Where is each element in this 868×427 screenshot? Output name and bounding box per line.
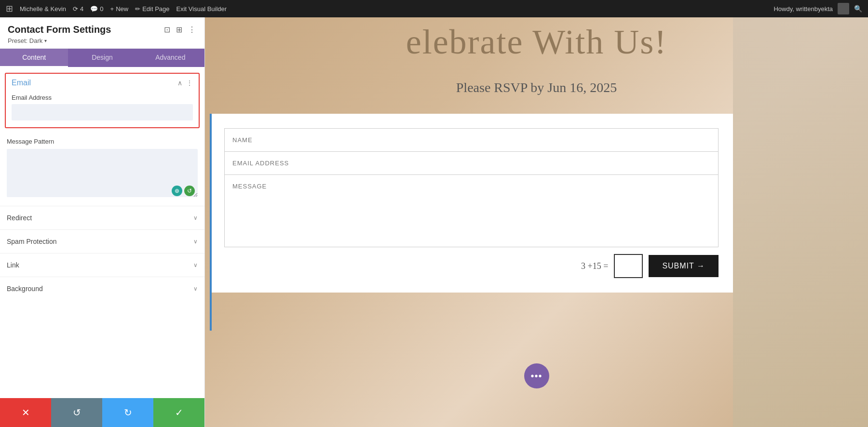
more-options-icon[interactable]: ⋮ [187, 24, 197, 35]
email-section: Email ∧ ⋮ Email Address [5, 73, 200, 128]
form-email-input[interactable] [224, 152, 719, 175]
tab-content[interactable]: Content [0, 49, 68, 67]
new-button[interactable]: + New [110, 5, 129, 13]
howdy-text: Howdy, writtenbyekta [773, 5, 833, 13]
form-name-input[interactable] [224, 128, 719, 152]
form-message-input[interactable] [224, 175, 719, 247]
email-address-input[interactable] [12, 104, 193, 120]
floating-dots-button[interactable]: ••• [524, 363, 549, 388]
green-action-icon[interactable]: ↺ [184, 186, 195, 196]
textarea-icons: ⊕ ↺ [172, 186, 195, 196]
layout-icon[interactable]: ⊞ [175, 24, 183, 35]
accordion-link-title: Link [7, 261, 19, 269]
bottom-bar: ✕ ↺ ↻ ✓ [0, 398, 204, 427]
search-icon[interactable]: 🔍 [854, 5, 862, 13]
accordion-background: Background ∨ [0, 277, 204, 300]
sidebar-tabs: Content Design Advanced [0, 49, 204, 67]
email-section-icons: ∧ ⋮ [177, 79, 193, 87]
accordion-redirect-header[interactable]: Redirect ∨ [7, 206, 198, 229]
exit-builder-button[interactable]: Exit Visual Builder [176, 5, 227, 13]
sidebar-title: Contact Form Settings [8, 24, 111, 35]
accordion-redirect-arrow-icon: ∨ [193, 214, 198, 221]
tab-advanced[interactable]: Advanced [136, 49, 204, 67]
email-more-icon[interactable]: ⋮ [186, 79, 193, 87]
accordion-background-title: Background [7, 285, 43, 293]
email-section-title: Email [12, 79, 31, 87]
cancel-button[interactable]: ✕ [0, 398, 51, 427]
captcha-label: 3 +15 = [581, 261, 608, 271]
accordion-link: Link ∨ [0, 253, 204, 277]
accordion-redirect: Redirect ∨ [0, 206, 204, 229]
avatar[interactable] [838, 3, 849, 14]
couple-photo [733, 17, 868, 427]
accordion-redirect-title: Redirect [7, 214, 32, 222]
message-pattern-label: Message Pattern [7, 138, 198, 145]
save-button[interactable]: ✓ [153, 398, 204, 427]
accordion-spam-arrow-icon: ∨ [193, 238, 198, 245]
revisions-item[interactable]: ⟳ 4 [73, 5, 83, 13]
revisions-icon: ⟳ [73, 5, 78, 13]
undo-button[interactable]: ↺ [51, 398, 102, 427]
wp-logo-icon[interactable]: ⊞ [6, 3, 13, 14]
preset-row[interactable]: Preset: Dark ▾ [8, 37, 197, 44]
accordion-background-arrow-icon: ∨ [193, 285, 198, 292]
collapse-icon[interactable]: ∧ [177, 79, 182, 87]
form-bottom-row: 3 +15 = SUBMIT → [224, 254, 719, 278]
accordion-background-header[interactable]: Background ∨ [7, 277, 198, 300]
captcha-input[interactable] [614, 254, 643, 278]
couple-heading: elebrate With Us! [205, 22, 868, 62]
comments-item[interactable]: 💬 0 [90, 5, 103, 13]
admin-bar: ⊞ Michelle & Kevin ⟳ 4 💬 0 + New ✏ Edit … [0, 0, 868, 17]
sidebar-header: Contact Form Settings ⊡ ⊞ ⋮ Preset: Dark… [0, 17, 204, 49]
redo-button[interactable]: ↻ [102, 398, 153, 427]
textarea-wrapper: ⊕ ↺ [7, 149, 198, 199]
sidebar: Contact Form Settings ⊡ ⊞ ⋮ Preset: Dark… [0, 17, 205, 427]
sidebar-content: Email ∧ ⋮ Email Address Message Pattern [0, 67, 204, 398]
admin-bar-left: ⊞ Michelle & Kevin ⟳ 4 💬 0 + New ✏ Edit … [6, 3, 766, 14]
plus-icon: + [110, 5, 114, 13]
comments-icon: 💬 [90, 5, 98, 13]
form-left-border [210, 114, 212, 331]
accordion-link-arrow-icon: ∨ [193, 262, 198, 268]
main-layout: Contact Form Settings ⊡ ⊞ ⋮ Preset: Dark… [0, 17, 868, 427]
rsvp-text: Please RSVP by Jun 16, 2025 [205, 80, 868, 95]
email-section-body: Email Address [6, 92, 199, 127]
resize-icon[interactable]: ⊡ [163, 24, 171, 35]
site-name[interactable]: Michelle & Kevin [20, 5, 66, 13]
tab-design[interactable]: Design [68, 49, 136, 67]
accordion-spam-title: Spam Protection [7, 238, 57, 245]
preset-label: Preset: Dark [8, 37, 42, 44]
email-section-header: Email ∧ ⋮ [6, 74, 199, 92]
submit-button[interactable]: SUBMIT → [649, 255, 719, 277]
contact-form: 3 +15 = SUBMIT → [210, 114, 733, 293]
admin-bar-right: Howdy, writtenbyekta 🔍 [773, 3, 862, 14]
preset-chevron-icon: ▾ [44, 38, 47, 43]
accordion-link-header[interactable]: Link ∨ [7, 254, 198, 277]
message-pattern-section: Message Pattern ⊕ ↺ [0, 134, 204, 206]
message-pattern-textarea[interactable] [7, 149, 198, 197]
sidebar-title-row: Contact Form Settings ⊡ ⊞ ⋮ [8, 24, 197, 35]
accordion-spam: Spam Protection ∨ [0, 229, 204, 253]
content-area: elebrate With Us! Please RSVP by Jun 16,… [205, 17, 868, 427]
edit-icon: ✏ [135, 5, 140, 13]
accordion-spam-header[interactable]: Spam Protection ∨ [7, 230, 198, 253]
email-address-label: Email Address [12, 94, 193, 101]
sidebar-title-icons: ⊡ ⊞ ⋮ [163, 24, 197, 35]
teal-action-icon[interactable]: ⊕ [172, 186, 182, 196]
edit-page-button[interactable]: ✏ Edit Page [135, 5, 169, 13]
